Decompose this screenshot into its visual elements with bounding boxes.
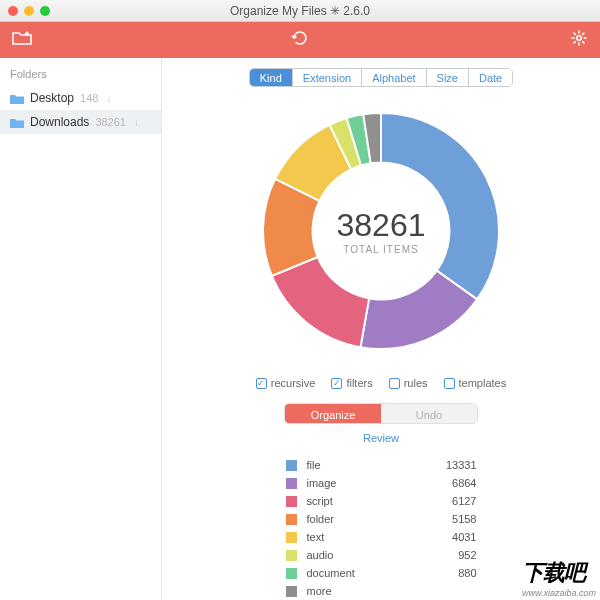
legend-label: image (307, 477, 427, 489)
sidebar-item-count: 148 (80, 92, 98, 104)
legend-label: more (307, 585, 427, 597)
tab-extension[interactable]: Extension (293, 69, 362, 86)
checkbox-label: templates (459, 377, 507, 389)
add-folder-icon[interactable] (12, 30, 32, 50)
legend-value: 4031 (427, 531, 477, 543)
legend-row-image[interactable]: image6864 (286, 474, 477, 492)
options-row: recursivefiltersrulestemplates (256, 377, 506, 389)
checkbox-icon (256, 378, 267, 389)
legend-row-script[interactable]: script6127 (286, 492, 477, 510)
tab-alphabet[interactable]: Alphabet (362, 69, 426, 86)
legend-value: 6127 (427, 495, 477, 507)
review-link[interactable]: Review (363, 432, 399, 444)
donut-center: 38261 TOTAL ITEMS (251, 101, 511, 361)
legend-value: 952 (427, 549, 477, 561)
folder-icon (10, 93, 24, 104)
legend: file13331image6864script6127folder5158te… (286, 456, 477, 600)
total-count: 38261 (337, 207, 426, 244)
legend-swatch (286, 478, 297, 489)
checkbox-label: filters (346, 377, 372, 389)
sidebar-item-count: 38261 (95, 116, 126, 128)
checkbox-label: rules (404, 377, 428, 389)
sidebar-item-label: Downloads (30, 115, 89, 129)
main-panel: KindExtensionAlphabetSizeDate 38261 TOTA… (162, 58, 600, 600)
checkbox-templates[interactable]: templates (444, 377, 507, 389)
legend-swatch (286, 514, 297, 525)
legend-value: 6864 (427, 477, 477, 489)
checkbox-filters[interactable]: filters (331, 377, 372, 389)
sidebar-item-label: Desktop (30, 91, 74, 105)
chevron-down-icon: ↓ (134, 117, 139, 128)
legend-label: audio (307, 549, 427, 561)
tab-size[interactable]: Size (427, 69, 469, 86)
donut-chart: 38261 TOTAL ITEMS (251, 101, 511, 361)
tab-kind[interactable]: Kind (250, 69, 293, 86)
legend-label: folder (307, 513, 427, 525)
action-buttons: Organize Undo (284, 403, 478, 424)
folder-icon (10, 117, 24, 128)
main-toolbar (0, 22, 600, 58)
legend-value: 5158 (427, 513, 477, 525)
legend-label: document (307, 567, 427, 579)
legend-label: script (307, 495, 427, 507)
checkbox-icon (444, 378, 455, 389)
legend-label: text (307, 531, 427, 543)
legend-swatch (286, 550, 297, 561)
checkbox-icon (331, 378, 342, 389)
legend-row-text[interactable]: text4031 (286, 528, 477, 546)
legend-value: 13331 (427, 459, 477, 471)
legend-swatch (286, 496, 297, 507)
checkbox-icon (389, 378, 400, 389)
checkbox-rules[interactable]: rules (389, 377, 428, 389)
undo-button[interactable]: Undo (381, 404, 477, 424)
legend-swatch (286, 568, 297, 579)
chevron-down-icon: ↓ (106, 93, 111, 104)
checkbox-recursive[interactable]: recursive (256, 377, 316, 389)
refresh-icon[interactable] (291, 29, 309, 51)
sidebar-item-desktop[interactable]: Desktop 148 ↓ (0, 86, 161, 110)
tab-date[interactable]: Date (469, 69, 512, 86)
window-title: Organize My Files ✳ 2.6.0 (0, 4, 600, 18)
settings-icon[interactable] (570, 29, 588, 51)
sort-tabs: KindExtensionAlphabetSizeDate (249, 68, 513, 87)
legend-value: 880 (427, 567, 477, 579)
organize-button[interactable]: Organize (285, 404, 381, 424)
svg-point-0 (577, 36, 581, 40)
legend-row-file[interactable]: file13331 (286, 456, 477, 474)
watermark: 下载吧 www.xiazaiba.com (522, 558, 596, 598)
legend-swatch (286, 460, 297, 471)
sidebar: Folders Desktop 148 ↓ Downloads 38261 ↓ (0, 58, 162, 600)
legend-swatch (286, 586, 297, 597)
legend-row-more[interactable]: more (286, 582, 477, 600)
legend-label: file (307, 459, 427, 471)
legend-row-folder[interactable]: folder5158 (286, 510, 477, 528)
total-label: TOTAL ITEMS (343, 244, 418, 255)
legend-row-audio[interactable]: audio952 (286, 546, 477, 564)
checkbox-label: recursive (271, 377, 316, 389)
window-titlebar: Organize My Files ✳ 2.6.0 (0, 0, 600, 22)
legend-row-document[interactable]: document880 (286, 564, 477, 582)
legend-swatch (286, 532, 297, 543)
sidebar-item-downloads[interactable]: Downloads 38261 ↓ (0, 110, 161, 134)
sidebar-header: Folders (0, 66, 161, 86)
